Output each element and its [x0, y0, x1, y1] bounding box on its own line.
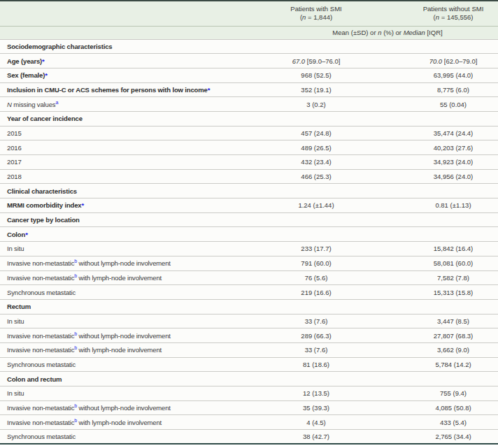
column-header-row: Patients with SMI (n = 1,844) Patients w… [0, 1, 498, 26]
table-row: Synchronous metastatic81 (18.6)5,784 (14… [0, 357, 498, 372]
section-row: Sociodemographic characteristics [0, 39, 498, 54]
cell-value: 4 (4.5) [224, 415, 408, 430]
cell-value: 791 (60.0) [224, 256, 408, 270]
footnote-marker: a [55, 99, 58, 104]
row-label: Sociodemographic characteristics [0, 39, 224, 54]
paper-table-page: Patients with SMI (n = 1,844) Patients w… [0, 0, 498, 448]
table-row: Age (years)*67.0 [59.0–76.0]70.0 [62.0–7… [0, 54, 498, 68]
row-label: 2016 [0, 140, 224, 155]
measure-corner-cell [0, 26, 224, 39]
significance-asterisk: * [25, 231, 28, 238]
cell-value: 489 (26.5) [224, 140, 408, 155]
cell-value: 63,995 (44.0) [408, 68, 498, 82]
table-row: 2018466 (25.3)34,956 (24.0) [0, 169, 498, 184]
row-label: Inclusion in CMU-C or ACS schemes for pe… [0, 82, 224, 97]
table-row: In situ33 (7.6)3,447 (8.5) [0, 314, 498, 328]
section-row: Colon and rectum [0, 372, 498, 386]
row-label: N missing valuesa [0, 97, 224, 112]
significance-asterisk: * [81, 201, 84, 209]
cell-value: 40,203 (27.6) [408, 140, 498, 155]
cell-value: 3 (0.2) [224, 97, 408, 112]
cell-value [408, 372, 498, 386]
cell-value: 55 (0.04) [408, 97, 498, 112]
cell-value: 352 (19.1) [224, 82, 408, 97]
cell-value: 67.0 [59.0–76.0] [224, 54, 408, 68]
cell-value: 8,775 (6.0) [408, 82, 498, 97]
table-row: Invasive non-metastaticb with lymph-node… [0, 342, 498, 357]
cell-value: 33 (7.6) [224, 342, 408, 357]
table-row: N missing valuesa3 (0.2)55 (0.04) [0, 97, 498, 112]
column-title: Patients with SMI [224, 5, 408, 14]
cell-value: 12 (13.5) [224, 386, 408, 401]
row-label: Invasive non-metastaticb with lymph-node… [0, 342, 224, 357]
cell-value: 34,923 (24.0) [408, 155, 498, 170]
row-label: 2015 [0, 126, 224, 140]
row-label: In situ [0, 314, 224, 328]
cell-value: 219 (16.6) [224, 285, 408, 300]
cell-value [224, 39, 408, 54]
cell-value: 5,784 (14.2) [408, 357, 498, 372]
footnote-marker: b [74, 331, 77, 335]
column-header-patients-without-smi: Patients without SMI (n = 145,556) [408, 1, 498, 26]
table-row: Synchronous metastatic219 (16.6)15,313 (… [0, 285, 498, 300]
row-label: In situ [0, 386, 224, 401]
cell-value: 58,081 (60.0) [408, 256, 498, 270]
patient-characteristics-table: Patients with SMI (n = 1,844) Patients w… [0, 0, 498, 445]
table-row: Sex (female)*968 (52.5)63,995 (44.0) [0, 68, 498, 82]
cell-value: 15,842 (16.4) [408, 242, 498, 256]
row-label: MRMI comorbidity index* [0, 198, 224, 213]
row-label: In situ [0, 242, 224, 256]
cell-value: 7,582 (7.8) [408, 270, 498, 285]
footnote-marker: b [74, 418, 77, 423]
table-row: 2017432 (23.4)34,923 (24.0) [0, 155, 498, 170]
cell-value [224, 372, 408, 386]
cell-value: 289 (66.3) [224, 328, 408, 343]
row-label: Invasive non-metastaticb without lymph-n… [0, 400, 224, 415]
cell-value: 38 (42.7) [224, 430, 408, 445]
cell-value: 432 (23.4) [224, 155, 408, 170]
cell-value [408, 212, 498, 227]
table-row: In situ12 (13.5)755 (9.4) [0, 386, 498, 401]
cell-value [224, 184, 408, 198]
row-label: Clinical characteristics [0, 184, 224, 198]
cell-value: 27,807 (68.3) [408, 328, 498, 343]
cell-value: 2,765 (34.4) [408, 430, 498, 445]
cell-value: 35 (39.3) [224, 400, 408, 415]
column-header-patients-with-smi: Patients with SMI (n = 1,844) [224, 1, 408, 26]
section-row: Colon* [0, 227, 498, 242]
table-row: Invasive non-metastaticb without lymph-n… [0, 256, 498, 270]
row-label: Rectum [0, 299, 224, 314]
cell-value: 233 (17.7) [224, 242, 408, 256]
significance-asterisk: * [45, 71, 48, 79]
cell-value: 3,447 (8.5) [408, 314, 498, 328]
footnote-marker: b [74, 403, 77, 408]
section-row: Cancer type by location [0, 212, 498, 227]
table-body: Sociodemographic characteristicsAge (yea… [0, 39, 498, 444]
cell-value: 76 (5.6) [224, 270, 408, 285]
table-header: Patients with SMI (n = 1,844) Patients w… [0, 1, 498, 39]
row-label: Invasive non-metastaticb with lymph-node… [0, 415, 224, 430]
cell-value: 466 (25.3) [224, 169, 408, 184]
row-label: Year of cancer incidence [0, 111, 224, 126]
row-label: Sex (female)* [0, 68, 224, 82]
cell-value [408, 111, 498, 126]
cell-value: 968 (52.5) [224, 68, 408, 82]
column-n-count: (n = 1,844) [224, 13, 408, 22]
table-row: 2016489 (26.5)40,203 (27.6) [0, 140, 498, 155]
table-row: Invasive non-metastaticb without lymph-n… [0, 328, 498, 343]
row-label: Synchronous metastatic [0, 357, 224, 372]
cell-value: 4,085 (50.8) [408, 400, 498, 415]
table-row: Invasive non-metastaticb without lymph-n… [0, 400, 498, 415]
significance-asterisk: * [208, 86, 211, 94]
section-row: Year of cancer incidence [0, 111, 498, 126]
cell-value [224, 212, 408, 227]
row-label: Cancer type by location [0, 212, 224, 227]
row-label: Age (years)* [0, 54, 224, 68]
cell-value: 0.81 (±1.13) [408, 198, 498, 213]
cell-value [408, 184, 498, 198]
table-row: Invasive non-metastaticb with lymph-node… [0, 270, 498, 285]
header-corner-cell [0, 1, 224, 26]
row-label: Invasive non-metastaticb with lymph-node… [0, 270, 224, 285]
column-title: Patients without SMI [408, 5, 498, 14]
significance-asterisk: * [42, 57, 45, 65]
